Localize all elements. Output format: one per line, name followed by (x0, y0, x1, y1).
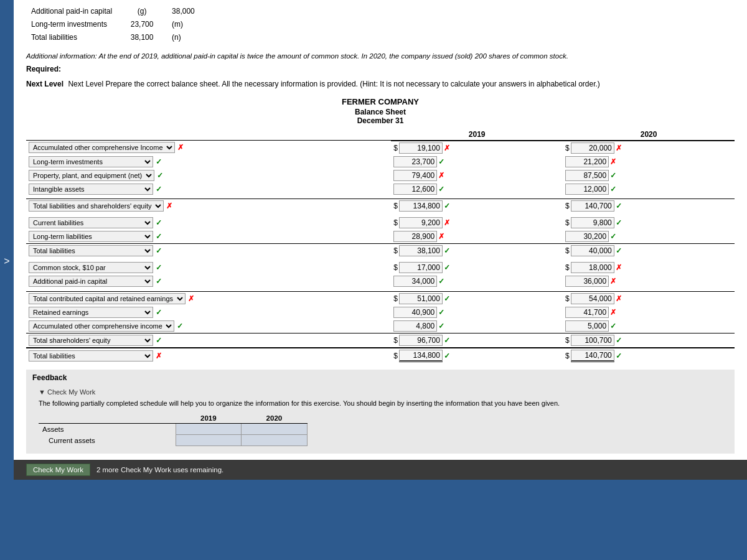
partial-assets-label: Assets (39, 424, 176, 435)
label-dropdown[interactable]: Intangible assets (29, 184, 153, 195)
input-2019[interactable] (393, 320, 437, 332)
label-dropdown[interactable]: Accumulated other comprehensive Income (29, 142, 175, 153)
x-icon-2019: ✗ (444, 144, 450, 152)
x-icon-2020: ✗ (610, 157, 616, 166)
input-2020[interactable] (571, 142, 614, 154)
x-icon-2019: ✗ (438, 171, 444, 180)
value-2020-cell: $✓ (563, 199, 735, 213)
value-2020-cell: ✓ (563, 230, 735, 244)
input-2019[interactable] (399, 217, 443, 228)
check-icon: ✓ (156, 336, 162, 345)
check-icon-2020: ✓ (616, 218, 622, 227)
input-2019[interactable] (393, 307, 437, 318)
check-icon-2019: ✓ (438, 185, 444, 194)
label-dropdown[interactable]: Total liabilities (29, 350, 153, 362)
check-icon: ✓ (157, 171, 163, 180)
dollar-sign-2019: $ (393, 218, 398, 227)
check-my-work-button[interactable]: Check My Work (26, 464, 90, 476)
check-icon-2020: ✓ (616, 246, 622, 255)
value-2019-cell: $✗ (391, 216, 563, 230)
input-2020[interactable] (565, 320, 609, 332)
value-2019-cell: $✓ (391, 261, 563, 274)
value-2020-cell: ✓ (563, 319, 735, 334)
value-2020-cell: ✗ (563, 306, 735, 319)
dollar-sign-2019: $ (393, 352, 398, 360)
input-2020[interactable] (571, 245, 614, 256)
label-dropdown[interactable]: Property, plant, and equipment (net) (29, 170, 154, 181)
table-row: Total liabilities✓$✓$✓ (26, 244, 735, 258)
input-2019[interactable] (399, 200, 443, 212)
label-dropdown[interactable]: Additional paid-in capital (29, 276, 153, 287)
input-2020[interactable] (571, 350, 614, 362)
label-dropdown[interactable]: Total liabilities and shareholders' equi… (29, 200, 164, 212)
check-my-work-desc: The following partially completed schedu… (39, 398, 722, 409)
check-icon-2019: ✓ (444, 202, 450, 210)
partial-current-assets-row: Current assets (39, 435, 307, 446)
val-n: (n) (167, 31, 200, 44)
partial-current-2019[interactable] (176, 435, 242, 446)
x-icon-2019: ✗ (438, 232, 444, 241)
input-2020[interactable] (571, 262, 614, 273)
input-2019[interactable] (399, 245, 443, 256)
label-total-liab: Total liabilities (26, 31, 117, 44)
label-dropdown[interactable]: Retained earnings (29, 307, 153, 318)
company-name: FERMER COMPANY (14, 95, 747, 108)
bottom-bar: Check My Work 2 more Check My Work uses … (14, 460, 747, 480)
table-row: Total shareholders' equity✓$✓$✓ (26, 333, 735, 348)
value-2020-cell: $✓ (563, 333, 735, 348)
input-2020[interactable] (571, 335, 614, 346)
input-2019[interactable] (393, 170, 437, 181)
label-dropdown[interactable]: Common stock, $10 par (29, 262, 153, 273)
label-dropdown[interactable]: Long-term investments (29, 156, 153, 167)
value-2020-cell: $✓ (563, 244, 735, 258)
partial-assets-2019[interactable] (176, 424, 242, 435)
value-2020-cell: ✗ (563, 155, 735, 169)
input-2019[interactable] (399, 350, 443, 362)
label-dropdown[interactable]: Current liabilities (29, 217, 153, 228)
col-header-label (26, 129, 391, 141)
label-dropdown[interactable]: Total liabilities (29, 245, 153, 256)
check-icon: ✓ (156, 185, 162, 194)
partial-assets-2020[interactable] (242, 424, 308, 435)
value-2019-cell: ✗ (391, 169, 563, 182)
label-dropdown[interactable]: Long-term liabilities (29, 231, 153, 242)
value-2019-cell: ✓ (391, 274, 563, 288)
input-2020[interactable] (565, 156, 609, 167)
input-2020[interactable] (571, 293, 614, 304)
input-2019[interactable] (399, 142, 443, 154)
nav-left-arrow[interactable]: > (0, 252, 14, 271)
company-sheet: Balance Sheet (14, 108, 747, 116)
value-2019-cell: $✓ (391, 348, 563, 363)
x-icon-2019: ✗ (444, 218, 450, 227)
label-dropdown[interactable]: Total shareholders' equity (29, 335, 153, 346)
input-2019[interactable] (399, 335, 443, 346)
value-2020-cell: $✓ (563, 348, 735, 363)
label-dropdown[interactable]: Accumulated other comprehensive income (29, 320, 174, 332)
feedback-section: Feedback ▼ Check My Work The following p… (26, 370, 735, 454)
check-icon-2020: ✓ (610, 232, 616, 241)
x-icon-2020: ✗ (616, 263, 622, 272)
input-2019[interactable] (393, 156, 437, 167)
x-icon-2020: ✗ (616, 144, 622, 152)
input-2020[interactable] (571, 200, 614, 212)
input-2020[interactable] (565, 231, 609, 242)
input-2019[interactable] (399, 262, 443, 273)
value-2019-cell: $✓ (391, 199, 563, 213)
row-label-cell: Total liabilities and shareholders' equi… (26, 199, 391, 213)
value-2019-cell: ✓ (391, 155, 563, 169)
row-label-cell: Intangible assets✓ (26, 182, 391, 196)
dollar-sign-2019: $ (393, 336, 398, 345)
input-2020[interactable] (565, 307, 609, 318)
value-2020-cell: $✗ (563, 291, 735, 306)
balance-table-container: 2019 2020 Accumulated other comprehensiv… (14, 129, 747, 363)
input-2019[interactable] (393, 231, 437, 242)
input-2020[interactable] (565, 184, 609, 195)
input-2020[interactable] (571, 217, 614, 228)
input-2020[interactable] (565, 276, 609, 287)
partial-current-2020[interactable] (242, 435, 308, 446)
label-dropdown[interactable]: Total contributed capital and retained e… (29, 293, 186, 304)
input-2019[interactable] (399, 293, 443, 304)
input-2020[interactable] (565, 170, 609, 181)
input-2019[interactable] (393, 276, 437, 287)
input-2019[interactable] (393, 184, 437, 195)
